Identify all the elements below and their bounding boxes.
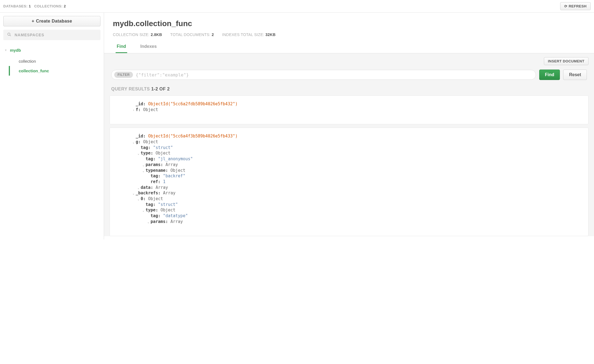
- svg-line-1: [10, 35, 11, 36]
- chevron-right-icon[interactable]: ›: [132, 108, 135, 112]
- index-size-value: 32KB: [265, 32, 276, 37]
- documents-panel: INSERT DOCUMENT FILTER Find Reset QUERY …: [104, 53, 594, 236]
- coll-size-value: 2.8KB: [151, 32, 162, 37]
- db-name-label: mydb: [10, 48, 21, 53]
- doc-field-row: ⌄params: Array: [132, 162, 581, 168]
- field-value: 1: [163, 179, 165, 184]
- doc-field-row: ⌄type: Object: [132, 150, 581, 156]
- document-card: _id: ObjectId("5cc6a2fdb589b4026e5fb432"…: [110, 95, 588, 124]
- chevron-down-icon[interactable]: ⌄: [132, 140, 135, 144]
- colon: :: [153, 156, 158, 161]
- filter-box[interactable]: FILTER: [111, 70, 536, 80]
- svg-point-0: [8, 33, 10, 35]
- chevron-down-icon[interactable]: ⌄: [142, 169, 145, 173]
- doc-field-row: ⌄type: Object: [132, 207, 581, 213]
- doc-field-row: ⌄data: Array: [132, 185, 581, 191]
- colon: :: [151, 151, 156, 156]
- field-value: "struct": [153, 145, 173, 150]
- chevron-down-icon[interactable]: ⌄: [137, 186, 140, 190]
- documents-list: _id: ObjectId("5cc6a2fdb589b4026e5fb432"…: [110, 95, 588, 236]
- filter-pill: FILTER: [114, 72, 133, 78]
- chevron-down-icon[interactable]: ⌄: [137, 152, 140, 156]
- field-key: tag: [146, 156, 153, 161]
- db-tree: ▼ mydb collectioncollection_func: [3, 46, 100, 76]
- doc-field-row: ⌄typename: Object: [132, 168, 581, 173]
- field-value: "jl_anonymous": [158, 156, 193, 161]
- doc-field-row: _id: ObjectId("5cc6a2fdb589b4026e5fb432"…: [132, 101, 581, 107]
- chevron-down-icon[interactable]: ⌄: [142, 209, 145, 213]
- field-key: ref: [151, 179, 158, 184]
- document-card: _id: ObjectId("5cc6a4f3b589b4026e5fb433"…: [110, 128, 588, 236]
- field-value: Object: [143, 139, 158, 144]
- refresh-button[interactable]: ⟳REFRESH: [560, 2, 591, 10]
- sidebar-collection-collection_func[interactable]: collection_func: [9, 66, 100, 76]
- field-value: Object: [160, 208, 175, 213]
- field-value: Array: [165, 162, 178, 167]
- field-key: g: [136, 139, 138, 144]
- field-value: Object: [156, 151, 170, 156]
- doc-field-row: ⌄_backrefs: Array: [132, 190, 581, 196]
- tab-find[interactable]: Find: [116, 42, 127, 53]
- field-key: tag: [141, 145, 148, 150]
- colon: :: [143, 101, 148, 106]
- create-database-button[interactable]: +Create Database: [3, 16, 100, 26]
- colon: :: [156, 208, 160, 213]
- tab-indexes[interactable]: Indexes: [139, 42, 158, 53]
- colon: :: [143, 196, 148, 201]
- total-docs-value: 2: [212, 32, 214, 37]
- tabs: Find Indexes: [113, 42, 585, 53]
- field-key: tag: [151, 173, 158, 178]
- create-database-label: Create Database: [36, 19, 72, 23]
- doc-field-row: _id: ObjectId("5cc6a4f3b589b4026e5fb433"…: [132, 133, 581, 139]
- field-value: Object: [170, 168, 185, 173]
- chevron-down-icon[interactable]: ⌄: [137, 197, 140, 201]
- field-value: Array: [163, 191, 175, 195]
- colon: :: [165, 219, 170, 224]
- sidebar-collection-collection[interactable]: collection: [14, 56, 100, 66]
- field-key: tag: [146, 202, 153, 207]
- collection-list: collectioncollection_func: [4, 56, 100, 76]
- field-key: f: [136, 107, 138, 112]
- namespace-search-input[interactable]: [15, 33, 97, 37]
- doc-field-row: ⌄g: Object: [132, 139, 581, 145]
- query-results-label: QUERY RESULTS: [111, 87, 150, 91]
- colon: :: [158, 191, 163, 195]
- colon: :: [138, 139, 143, 144]
- query-results-range: 1-2 OF 2: [151, 87, 170, 91]
- databases-label: DATABASES:: [3, 4, 28, 8]
- doc-field-row: tag: "struct": [132, 145, 581, 151]
- doc-field-row: tag: "datatype": [132, 213, 581, 219]
- topbar-stats: DATABASES: 1 COLLECTIONS: 2: [3, 4, 66, 8]
- chevron-down-icon[interactable]: ⌄: [142, 163, 145, 167]
- chevron-down-icon[interactable]: ⌄: [147, 220, 150, 224]
- plus-icon: +: [32, 19, 34, 23]
- sidebar: +Create Database ▼ mydb collectioncollec…: [0, 13, 104, 239]
- namespace-search[interactable]: [3, 30, 100, 40]
- doc-field-row: tag: "struct": [132, 202, 581, 208]
- reset-button[interactable]: Reset: [563, 70, 587, 80]
- find-button[interactable]: Find: [539, 70, 560, 80]
- collections-label: COLLECTIONS:: [34, 4, 63, 8]
- field-key: typename: [146, 168, 165, 173]
- field-value: ObjectId("5cc6a2fdb589b4026e5fb432"): [148, 101, 238, 106]
- doc-field-row: ›f: Object: [132, 107, 581, 113]
- db-node-mydb[interactable]: ▼ mydb: [4, 46, 100, 56]
- doc-field-row: tag: "jl_anonymous": [132, 156, 581, 162]
- field-value: Object: [148, 196, 163, 201]
- refresh-button-label: REFRESH: [569, 4, 587, 8]
- field-value: "struct": [158, 202, 178, 207]
- collection-stats: COLLECTION SIZE: 2.8KB TOTAL DOCUMENTS: …: [113, 32, 585, 37]
- collections-count: 2: [64, 4, 66, 8]
- filter-input[interactable]: [136, 72, 533, 78]
- insert-document-button[interactable]: INSERT DOCUMENT: [544, 57, 588, 65]
- search-icon: [7, 32, 11, 37]
- doc-field-row: ⌄params: Array: [132, 219, 581, 225]
- doc-field-row: ⌄0: Object: [132, 196, 581, 202]
- field-key: _id: [136, 134, 143, 139]
- field-value: Array: [156, 185, 168, 190]
- field-value: "backref": [163, 173, 185, 178]
- field-key: 0: [141, 196, 143, 201]
- refresh-icon: ⟳: [564, 4, 567, 8]
- chevron-down-icon[interactable]: ⌄: [132, 192, 135, 195]
- field-key: data: [141, 185, 151, 190]
